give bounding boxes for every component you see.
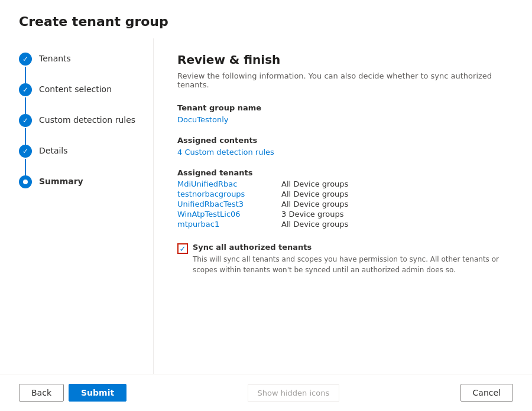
- tenant-group-name-row: Tenant group name DocuTestonly: [177, 103, 508, 124]
- main-content: Review & finish Review the following inf…: [154, 38, 532, 374]
- tenant-name-link-2[interactable]: UnifiedRbacTest3: [177, 200, 272, 208]
- page-title: Create tenant group: [19, 14, 513, 29]
- checkbox-check-icon: ✓: [180, 245, 186, 253]
- tenant-groups-2: All Device groups: [281, 200, 348, 208]
- step-left-tenants: ✓: [19, 53, 32, 83]
- review-section-description: Review the following information. You ca…: [177, 71, 508, 89]
- tenants-table: MdiUnifiedRbac All Device groups testnor…: [177, 180, 508, 229]
- table-row: MdiUnifiedRbac All Device groups: [177, 180, 508, 188]
- table-row: UnifiedRbacTest3 All Device groups: [177, 200, 508, 208]
- step-line-details: [25, 159, 26, 175]
- step-line-content-selection: [25, 97, 26, 114]
- table-row: WinAtpTestLic06 3 Device groups: [177, 210, 508, 218]
- step-circle-details: ✓: [19, 145, 32, 158]
- tenant-group-name-label: Tenant group name: [177, 103, 508, 112]
- sync-checkbox[interactable]: ✓: [177, 243, 188, 254]
- assigned-contents-row: Assigned contents 4 Custom detection rul…: [177, 136, 508, 156]
- show-hidden-icons-button[interactable]: Show hidden icons: [248, 384, 340, 402]
- tenant-group-name-link[interactable]: DocuTestonly: [177, 115, 228, 124]
- cancel-button[interactable]: Cancel: [460, 384, 513, 402]
- step-check-tenants: ✓: [22, 55, 28, 63]
- tenant-groups-0: All Device groups: [281, 180, 348, 188]
- footer-left-buttons: Back Submit: [19, 384, 126, 402]
- tenant-groups-3: 3 Device groups: [281, 210, 344, 218]
- tenant-name-link-0[interactable]: MdiUnifiedRbac: [177, 180, 272, 188]
- step-left-content-selection: ✓: [19, 83, 32, 114]
- step-left-custom-detection: ✓: [19, 114, 32, 145]
- sync-checkbox-label: Sync all authorized tenants: [193, 243, 508, 252]
- sidebar-item-details: ✓ Details: [19, 145, 139, 175]
- content-area: ✓ Tenants ✓ Content selection: [0, 38, 532, 374]
- step-label-custom-detection: Custom detection rules: [39, 114, 135, 141]
- sync-checkbox-container[interactable]: ✓: [177, 243, 188, 254]
- tenant-groups-4: All Device groups: [281, 220, 348, 229]
- sidebar: ✓ Tenants ✓ Content selection: [0, 38, 154, 374]
- table-row: testnorbacgroups All Device groups: [177, 190, 508, 198]
- step-line-custom-detection: [25, 128, 26, 145]
- step-left-details: ✓: [19, 145, 32, 175]
- step-check-details: ✓: [22, 147, 28, 155]
- tenant-name-link-3[interactable]: WinAtpTestLic06: [177, 210, 272, 218]
- page-header: Create tenant group: [0, 0, 532, 38]
- step-left-summary: [19, 175, 32, 188]
- assigned-contents-link[interactable]: 4 Custom detection rules: [177, 148, 274, 156]
- step-check-custom-detection: ✓: [22, 116, 28, 125]
- step-circle-content-selection: ✓: [19, 83, 32, 96]
- sidebar-item-summary: Summary: [19, 175, 139, 203]
- assigned-tenants-row: Assigned tenants MdiUnifiedRbac All Devi…: [177, 168, 508, 229]
- sidebar-item-custom-detection-rules: ✓ Custom detection rules: [19, 114, 139, 145]
- sidebar-item-tenants: ✓ Tenants: [19, 53, 139, 83]
- step-line-tenants: [25, 67, 26, 83]
- sync-checkbox-row: ✓ Sync all authorized tenants This will …: [177, 243, 508, 275]
- table-row: mtpurbac1 All Device groups: [177, 220, 508, 229]
- step-label-tenants: Tenants: [39, 53, 71, 80]
- step-circle-summary: [19, 175, 32, 188]
- assigned-tenants-label: Assigned tenants: [177, 168, 508, 177]
- sync-checkbox-description: This will sync all tenants and scopes yo…: [193, 254, 508, 275]
- footer: Back Submit Show hidden icons Cancel: [0, 374, 532, 411]
- step-circle-tenants: ✓: [19, 53, 32, 66]
- step-dot-summary: [23, 180, 28, 184]
- step-circle-custom-detection: ✓: [19, 114, 32, 127]
- assigned-contents-label: Assigned contents: [177, 136, 508, 145]
- step-label-content-selection: Content selection: [39, 83, 112, 110]
- review-section-title: Review & finish: [177, 53, 508, 67]
- step-label-summary: Summary: [39, 175, 83, 203]
- tenant-groups-1: All Device groups: [281, 190, 348, 198]
- step-label-details: Details: [39, 145, 68, 172]
- sidebar-item-content-selection: ✓ Content selection: [19, 83, 139, 114]
- back-button[interactable]: Back: [19, 384, 64, 402]
- submit-button[interactable]: Submit: [69, 384, 126, 402]
- tenant-name-link-4[interactable]: mtpurbac1: [177, 220, 272, 229]
- step-check-content-selection: ✓: [22, 86, 28, 94]
- sync-checkbox-text: Sync all authorized tenants This will sy…: [193, 243, 508, 275]
- footer-center: Show hidden icons: [126, 384, 460, 402]
- tenant-name-link-1[interactable]: testnorbacgroups: [177, 190, 272, 198]
